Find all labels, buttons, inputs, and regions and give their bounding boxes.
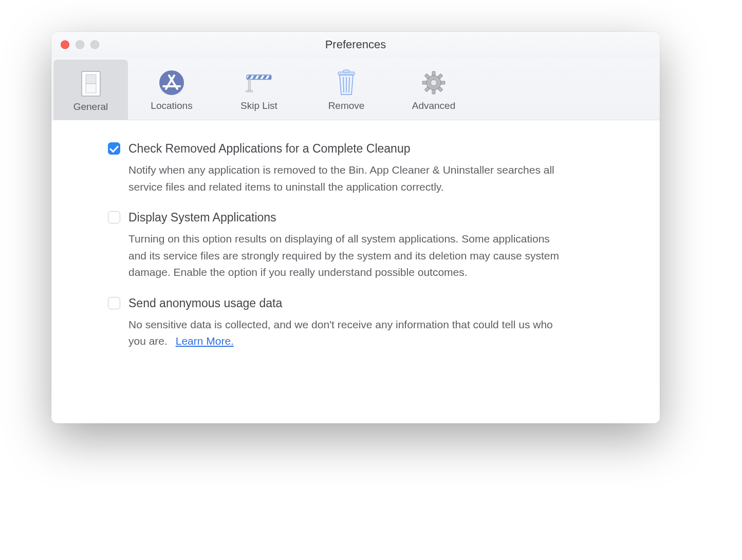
option-description: No sensitive data is collected, and we d… xyxy=(128,316,565,350)
svg-rect-21 xyxy=(432,71,435,76)
svg-line-17 xyxy=(343,77,344,92)
appstore-icon xyxy=(157,68,186,97)
tab-label: General xyxy=(73,101,108,113)
option-title: Send anonymous usage data xyxy=(128,295,608,311)
checkbox-display-system-apps[interactable] xyxy=(108,211,120,223)
preferences-window: Preferences General xyxy=(51,32,660,423)
tab-remove[interactable]: Remove xyxy=(303,58,390,120)
checkbox-send-usage-data[interactable] xyxy=(108,297,120,309)
svg-point-29 xyxy=(431,80,437,86)
titlebar: Preferences xyxy=(51,32,660,58)
svg-rect-27 xyxy=(422,81,426,84)
toolbar: General Locations xyxy=(51,58,660,120)
general-pane: Check Removed Applications for a Complet… xyxy=(51,120,660,423)
option-display-system-apps: Display System Applications Turning on t… xyxy=(108,210,608,281)
option-check-removed-apps: Check Removed Applications for a Complet… xyxy=(108,141,608,195)
window-controls xyxy=(61,41,99,49)
tab-skip-list[interactable]: Skip List xyxy=(215,58,303,120)
trash-icon xyxy=(332,68,361,97)
svg-rect-14 xyxy=(246,90,253,92)
svg-line-19 xyxy=(349,77,349,92)
option-send-usage-data: Send anonymous usage data No sensitive d… xyxy=(108,295,608,350)
option-title: Check Removed Applications for a Complet… xyxy=(128,141,608,157)
svg-rect-23 xyxy=(441,81,445,84)
close-window-button[interactable] xyxy=(61,41,69,49)
switch-icon xyxy=(77,69,105,98)
learn-more-link[interactable]: Learn More. xyxy=(176,335,234,347)
window-title: Preferences xyxy=(325,38,386,51)
tab-label: Locations xyxy=(151,100,192,111)
svg-rect-1 xyxy=(86,74,96,84)
svg-rect-13 xyxy=(248,79,250,90)
tab-locations[interactable]: Locations xyxy=(128,58,215,120)
option-description: Notify when any application is removed t… xyxy=(128,162,565,195)
checkbox-check-removed-apps[interactable] xyxy=(108,142,120,155)
svg-rect-25 xyxy=(432,90,435,94)
svg-rect-2 xyxy=(86,84,96,93)
tab-label: Skip List xyxy=(240,100,277,111)
barrier-icon xyxy=(245,68,273,97)
minimize-window-button[interactable] xyxy=(76,41,84,49)
tab-label: Remove xyxy=(328,100,365,111)
gear-icon xyxy=(419,68,448,97)
zoom-window-button[interactable] xyxy=(90,41,99,49)
option-title: Display System Applications xyxy=(128,210,608,226)
option-description: Turning on this option results on displa… xyxy=(128,231,565,281)
svg-rect-16 xyxy=(343,70,349,72)
tab-general[interactable]: General xyxy=(53,60,128,120)
tab-advanced[interactable]: Advanced xyxy=(390,58,477,120)
svg-point-3 xyxy=(159,70,184,95)
tab-label: Advanced xyxy=(412,100,456,111)
